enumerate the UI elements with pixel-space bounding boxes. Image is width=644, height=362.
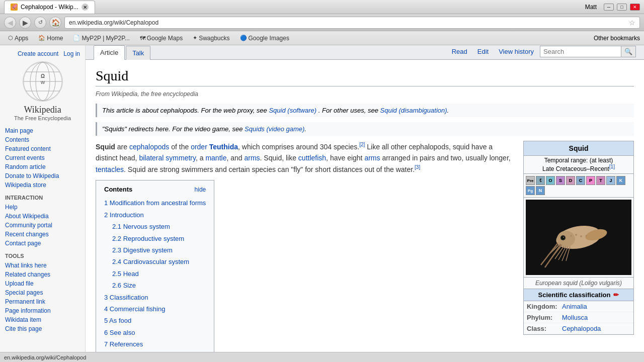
sidebar-item-wikidata[interactable]: Wikidata item: [5, 315, 80, 324]
tab-view-history[interactable]: View history: [495, 46, 538, 57]
forward-button[interactable]: ▶: [19, 17, 31, 29]
geo-j[interactable]: J: [606, 176, 615, 185]
reload-button[interactable]: ↺: [34, 17, 46, 29]
sidebar-item-contents[interactable]: Contents: [5, 135, 80, 144]
sidebar-item-donate[interactable]: Donate to Wikipedia: [5, 171, 80, 180]
toc-link-5[interactable]: 5 As food: [104, 317, 131, 324]
sidebar-item-what-links[interactable]: What links here: [5, 261, 80, 270]
tab-close-button[interactable]: ✕: [82, 4, 89, 11]
minimize-button[interactable]: ─: [604, 4, 614, 11]
link-bilateral-symmetry[interactable]: bilateral symmetry: [139, 154, 196, 162]
toc-link-1[interactable]: 1 Modification from ancestral forms: [104, 199, 206, 207]
tab-read[interactable]: Read: [448, 46, 471, 57]
sidebar-item-store[interactable]: Wikipedia store: [5, 180, 80, 190]
phylum-value[interactable]: Mollusca: [562, 314, 588, 321]
sidebar-item-featured[interactable]: Featured content: [5, 144, 80, 153]
tab-edit[interactable]: Edit: [473, 46, 493, 57]
sidebar-item-help[interactable]: Help: [5, 203, 80, 212]
sidebar-item-current-events[interactable]: Current events: [5, 153, 80, 162]
link-tentacles[interactable]: tentacles: [96, 165, 124, 173]
tab-title: Cephalopod - Wikip...: [21, 4, 78, 11]
class-label: Class:: [527, 325, 562, 332]
toc-link-2-1[interactable]: 2.1 Nervous system: [112, 223, 170, 230]
maximize-button[interactable]: □: [617, 4, 627, 11]
toc-link-7[interactable]: 7 References: [104, 340, 143, 348]
geo-pg[interactable]: Pg: [526, 186, 535, 195]
active-tab[interactable]: 🦑 Cephalopod - Wikip... ✕: [4, 1, 95, 14]
status-url: en.wikipedia.org/wiki/Cephalopod: [4, 354, 86, 360]
bookmark-myp2p[interactable]: 📄 MyP2P | MyP2P...: [69, 34, 133, 43]
sidebar-item-portal[interactable]: Community portal: [5, 221, 80, 230]
geo-pre[interactable]: Pre: [526, 176, 535, 185]
toc-link-2-5[interactable]: 2.5 Head: [112, 270, 139, 278]
tab-article[interactable]: Article: [94, 45, 125, 60]
bookmark-google-images-label: Google Images: [249, 35, 289, 42]
search-input[interactable]: [540, 46, 621, 57]
hatnote1-link2[interactable]: Squid (disambiguation): [380, 107, 447, 114]
sidebar-item-related[interactable]: Related changes: [5, 270, 80, 279]
edit-sciname-icon[interactable]: ✏: [613, 291, 619, 299]
bookmark-home[interactable]: 🏠 Home: [34, 34, 67, 43]
bookmark-google-images[interactable]: 🔵 Google Images: [236, 34, 293, 43]
sidebar-navigation: Main page Contents Featured content Curr…: [5, 126, 80, 190]
tab-talk[interactable]: Talk: [126, 46, 150, 60]
geo-c[interactable]: Ꞓ: [536, 176, 545, 185]
geo-k[interactable]: K: [616, 176, 625, 185]
geo-t[interactable]: T: [596, 176, 605, 185]
geo-n[interactable]: N: [536, 186, 545, 195]
other-bookmarks[interactable]: Other bookmarks: [594, 35, 640, 42]
bookmark-google-maps[interactable]: 🗺 Google Maps: [136, 34, 187, 43]
geo-o[interactable]: O: [546, 176, 555, 185]
close-button[interactable]: ✕: [630, 4, 640, 11]
home-button[interactable]: 🏠: [49, 17, 61, 29]
search-button[interactable]: 🔍: [621, 46, 635, 57]
link-mantle[interactable]: mantle: [205, 154, 226, 162]
hatnote1-link1[interactable]: Squid (software): [269, 107, 316, 114]
sidebar-item-main-page[interactable]: Main page: [5, 126, 80, 135]
geo-c2[interactable]: C: [576, 176, 585, 185]
toc-link-2-4[interactable]: 2.4 Cardiovascular system: [112, 258, 189, 265]
sidebar-item-permanent[interactable]: Permanent link: [5, 297, 80, 306]
address-bar[interactable]: en.wikipedia.org/wiki/Cephalopod ☆: [64, 17, 640, 29]
geo-s[interactable]: S: [556, 176, 565, 185]
sidebar-item-cite[interactable]: Cite this page: [5, 324, 80, 333]
bookmark-star-icon[interactable]: ☆: [629, 19, 635, 27]
toc-link-6[interactable]: 6 See also: [104, 329, 135, 336]
link-cuttlefish[interactable]: cuttlefish: [298, 154, 326, 162]
toc-link-4[interactable]: 4 Commercial fishing: [104, 305, 165, 313]
toc-link-2-2[interactable]: 2.2 Reproductive system: [112, 235, 184, 242]
bookmark-apps-label: Apps: [15, 35, 28, 42]
bookmark-apps[interactable]: ⬡ Apps: [4, 34, 32, 43]
toc-link-2-3[interactable]: 2.3 Digestive system: [112, 246, 173, 254]
geo-d[interactable]: D: [566, 176, 575, 185]
toc-link-2[interactable]: 2 Introduction: [104, 211, 144, 219]
kingdom-value[interactable]: Animalia: [562, 303, 587, 310]
toc-title-text: Contents: [104, 186, 132, 193]
login-link[interactable]: Log in: [63, 50, 80, 57]
class-value[interactable]: Cephalopoda: [562, 325, 601, 332]
toc-link-2-6[interactable]: 2.6 Size: [112, 282, 136, 289]
sidebar-item-special[interactable]: Special pages: [5, 288, 80, 297]
sidebar-item-contact[interactable]: Contact page: [5, 239, 80, 248]
toc-link-3[interactable]: 3 Classification: [104, 294, 148, 301]
sidebar-item-upload[interactable]: Upload file: [5, 279, 80, 288]
infobox: Squid Temporal range: (at least) Late Cr…: [523, 141, 634, 335]
link-teuthida[interactable]: Teuthida: [209, 143, 238, 151]
link-arms[interactable]: arms: [244, 154, 260, 162]
link-arms-2[interactable]: arms: [364, 154, 380, 162]
hatnote2-link[interactable]: Squids (video game): [245, 125, 304, 133]
sidebar-item-about[interactable]: About Wikipedia: [5, 212, 80, 221]
sidebar-item-page-info[interactable]: Page information: [5, 306, 80, 315]
sidebar-item-recent[interactable]: Recent changes: [5, 230, 80, 239]
kingdom-label: Kingdom:: [527, 303, 562, 310]
link-cephalopods[interactable]: cephalopods: [129, 143, 169, 151]
toc-hide-button[interactable]: hide: [195, 186, 206, 193]
ref-3: [3]: [415, 164, 420, 170]
sidebar-item-random[interactable]: Random article: [5, 162, 80, 171]
link-order[interactable]: order: [191, 143, 207, 151]
geo-p[interactable]: P: [586, 176, 595, 185]
bookmark-swagbucks[interactable]: ✦ Swagbucks: [189, 34, 233, 43]
create-account-link[interactable]: Create account: [18, 50, 58, 57]
back-button[interactable]: ◀: [4, 17, 16, 29]
swagbucks-icon: ✦: [193, 35, 197, 41]
